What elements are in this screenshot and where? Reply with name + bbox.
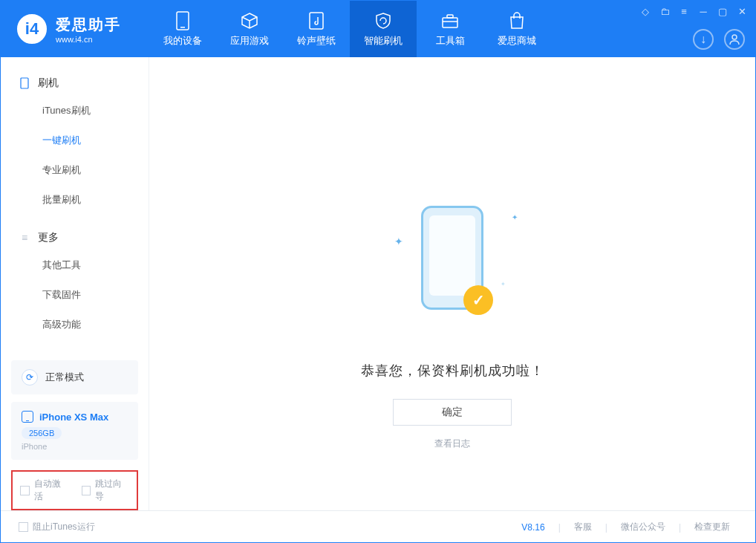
mode-icon: ⟳ [22,369,38,386]
maximize-button[interactable]: ▢ [717,5,729,17]
options-row: 自动激活 跳过向导 [11,470,138,510]
option-block-itunes[interactable]: 阻止iTunes运行 [19,521,95,533]
nav-label: 应用游戏 [230,34,269,48]
music-file-icon [307,11,326,30]
view-log-link[interactable]: 查看日志 [434,438,470,450]
sidebar-group-flash: 刷机 [1,71,149,96]
sidebar-item-batch-flash[interactable]: 批量刷机 [1,185,149,215]
device-name: iPhone XS Max [39,412,108,423]
svg-rect-4 [447,15,453,18]
bag-icon [507,11,527,30]
sidebar-item-oneclick-flash[interactable]: 一键刷机 [1,126,149,155]
sparkle-icon: ✦ [394,235,403,247]
footer-left: 阻止iTunes运行 [19,521,95,533]
nav-store[interactable]: 爱思商城 [483,1,550,57]
svg-point-6 [732,35,737,39]
success-message: 恭喜您，保资料刷机成功啦！ [361,362,544,380]
svg-rect-3 [443,18,457,27]
menu-icon[interactable]: ≡ [678,5,690,17]
nav: 我的设备 应用游戏 铃声壁纸 智能刷机 工具箱 爱思商城 [149,1,550,57]
phone-small-icon [19,77,30,89]
nav-ringtones[interactable]: 铃声壁纸 [283,1,350,57]
user-icon[interactable] [724,29,745,50]
sidebar: 刷机 iTunes刷机 一键刷机 专业刷机 批量刷机 ≡ 更多 其他工具 下载固… [1,57,149,510]
sidebar-item-pro-flash[interactable]: 专业刷机 [1,155,149,185]
nav-label: 智能刷机 [364,34,403,48]
check-badge-icon: ✓ [463,285,493,315]
device-phone-icon [22,411,33,423]
main: ✦ ✦ ✦ ✓ 恭喜您，保资料刷机成功啦！ 确定 查看日志 [149,57,755,510]
toolbox-icon [440,11,460,30]
footer-right: V8.16 | 客服 | 微信公众号 | 检查更新 [521,521,737,533]
sidebar-group-label: 更多 [38,231,59,244]
nav-toolbox[interactable]: 工具箱 [417,1,483,57]
option-label: 自动激活 [34,478,68,503]
mode-label: 正常模式 [45,371,84,384]
nav-apps[interactable]: 应用游戏 [216,1,283,57]
nav-my-device[interactable]: 我的设备 [149,1,216,57]
device-card[interactable]: iPhone XS Max 256GB iPhone [11,402,138,460]
device-storage: 256GB [22,427,62,439]
app-url: www.i4.cn [56,35,121,44]
phone-illustration-icon: ✓ [421,206,483,310]
version-label: V8.16 [521,522,544,533]
checkbox-icon [20,486,30,495]
sidebar-item-other-tools[interactable]: 其他工具 [1,250,149,280]
device-name-row: iPhone XS Max [22,411,128,423]
sidebar-group-more: ≡ 更多 [1,225,149,250]
success-illustration: ✦ ✦ ✦ ✓ [421,206,483,310]
sidebar-item-advanced[interactable]: 高级功能 [1,310,149,339]
separator: | [558,522,561,533]
option-label: 阻止iTunes运行 [33,521,95,533]
footer-wechat-link[interactable]: 微信公众号 [613,521,673,533]
nav-label: 我的设备 [163,34,202,48]
nav-flash[interactable]: 智能刷机 [350,1,417,57]
svg-rect-7 [21,78,28,88]
minimize-button[interactable]: ─ [697,5,709,17]
checkbox-icon [82,486,91,495]
shirt-icon[interactable]: ◇ [639,5,651,17]
option-skip-guide[interactable]: 跳过向导 [82,478,130,503]
footer-update-link[interactable]: 检查更新 [687,521,737,533]
cube-icon [240,11,259,30]
sidebar-item-download-firmware[interactable]: 下载固件 [1,280,149,310]
phone-icon [173,11,192,30]
header-right: ↓ [693,29,745,50]
separator: | [679,522,681,533]
logo-text: 爱思助手 www.i4.cn [56,15,121,44]
footer: 阻止iTunes运行 V8.16 | 客服 | 微信公众号 | 检查更新 [1,510,755,543]
sparkle-icon: ✦ [501,281,506,287]
list-icon: ≡ [19,232,30,244]
app-name: 爱思助手 [56,15,121,35]
nav-label: 工具箱 [436,34,465,48]
download-icon[interactable]: ↓ [693,29,714,50]
svg-rect-1 [180,27,185,28]
nav-label: 铃声壁纸 [297,34,336,48]
logo-icon: i4 [17,14,47,44]
phone-screen [429,215,475,296]
header: i4 爱思助手 www.i4.cn 我的设备 应用游戏 铃声壁纸 智能刷机 工具… [1,1,755,57]
logo-area: i4 爱思助手 www.i4.cn [1,1,149,57]
sparkle-icon: ✦ [512,213,518,221]
ok-button[interactable]: 确定 [393,399,512,426]
mode-card[interactable]: ⟳ 正常模式 [11,360,138,394]
close-button[interactable]: ✕ [736,5,748,17]
checkbox-icon [19,522,28,532]
device-type: iPhone [22,442,128,451]
separator: | [605,522,607,533]
refresh-shield-icon [374,11,393,30]
sidebar-group-label: 刷机 [38,77,59,90]
sidebar-item-itunes-flash[interactable]: iTunes刷机 [1,96,149,126]
option-label: 跳过向导 [95,478,129,503]
lock-icon[interactable]: 🗀 [659,5,671,17]
svg-rect-2 [310,13,323,29]
titlebar-controls: ◇ 🗀 ≡ ─ ▢ ✕ [639,5,748,17]
body: 刷机 iTunes刷机 一键刷机 专业刷机 批量刷机 ≡ 更多 其他工具 下载固… [1,57,755,510]
footer-support-link[interactable]: 客服 [567,521,599,533]
nav-label: 爱思商城 [498,34,536,48]
option-auto-activate[interactable]: 自动激活 [20,478,68,503]
